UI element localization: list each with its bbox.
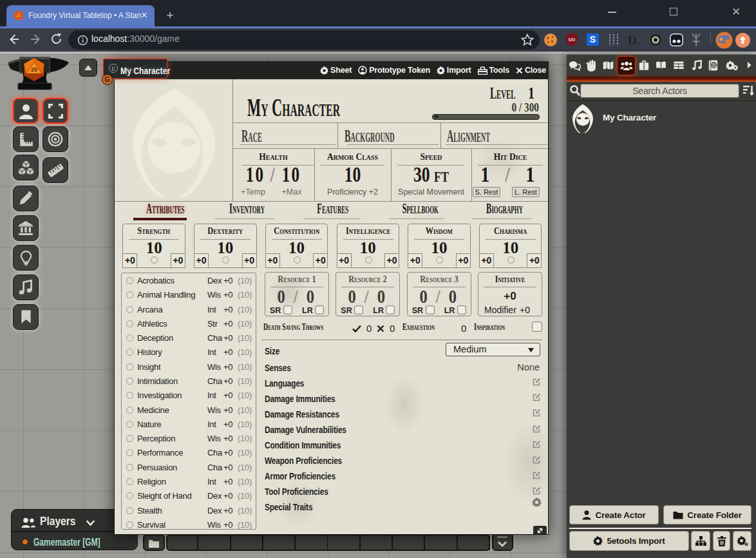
svg-text:UO: UO <box>569 37 576 42</box>
svg-text:20: 20 <box>31 66 37 73</box>
